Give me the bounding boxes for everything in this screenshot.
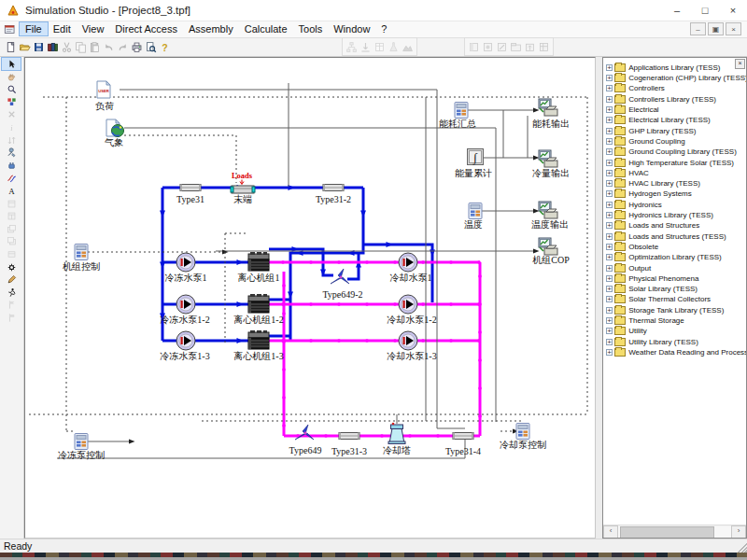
tree-expander-icon[interactable]: + [606, 328, 613, 334]
tree-expander-icon[interactable]: + [606, 296, 613, 302]
component-chw-pump-ctrl[interactable] [75, 433, 88, 449]
component-unit-control[interactable] [75, 244, 88, 259]
tree-expander-icon[interactable]: + [606, 254, 613, 260]
maximize-button[interactable]: □ [691, 0, 719, 20]
component-cw-pump-ctrl[interactable] [516, 423, 529, 439]
component-cooling-output[interactable] [539, 150, 557, 167]
tree-expander-icon[interactable]: + [606, 170, 613, 176]
tree-expander-icon[interactable]: + [606, 286, 613, 292]
tree-item[interactable]: +Controllers Library (TESS) [603, 94, 746, 105]
save-all-icon[interactable] [46, 40, 60, 54]
pen-icon[interactable] [2, 273, 21, 287]
tree-expander-icon[interactable]: + [606, 212, 613, 218]
pan-icon[interactable] [2, 70, 21, 83]
help-icon[interactable]: ? [158, 40, 172, 54]
tree-item[interactable]: +Ground Coupling Library (TESS) [603, 147, 746, 157]
minimize-button[interactable]: – [663, 0, 691, 20]
tree-item[interactable]: +Obsolete [603, 242, 746, 252]
tree-item[interactable]: +Applications Library (TESS) [603, 63, 746, 73]
child-minimize-button[interactable]: – [690, 22, 706, 35]
scroll-left-button[interactable]: ‹ [603, 525, 618, 539]
component-chiller-1[interactable] [248, 252, 269, 271]
tree-item[interactable]: +Loads and Structures [603, 220, 746, 231]
link-curve-icon[interactable] [2, 172, 21, 185]
tree-expander-icon[interactable]: + [606, 180, 613, 187]
print-icon[interactable] [130, 40, 144, 54]
tree-expander-icon[interactable]: + [606, 233, 613, 240]
schematic-canvas[interactable]: USER负荷气象Type31末端Type31-2冷冻水泵1冷冻水泵1-2冷冻水泵… [24, 57, 596, 539]
component-unit-cop[interactable] [539, 238, 557, 255]
tree-item[interactable]: +Physical Phenomena [603, 273, 746, 284]
tree-item[interactable]: +Hydrogen Systems [603, 189, 746, 199]
tree-item[interactable]: +Controllers [603, 83, 746, 93]
menu-item-assembly[interactable]: Assembly [183, 22, 239, 35]
component-cw-pump-1[interactable] [399, 253, 417, 272]
menu-item-window[interactable]: Window [328, 22, 375, 35]
tree-item[interactable]: +Weather Data Reading and Process [603, 347, 746, 357]
new-icon[interactable] [4, 40, 18, 54]
tree-item[interactable]: +Solar Library (TESS) [603, 284, 746, 294]
child-restore-button[interactable]: ▣ [708, 22, 724, 35]
component-chiller-1-2[interactable] [248, 294, 269, 313]
component-chw-pump-1[interactable] [176, 253, 195, 272]
tree-expander-icon[interactable]: + [606, 222, 613, 229]
component-chiller-1-3[interactable] [248, 330, 269, 349]
tree-item[interactable]: +Output [603, 262, 746, 273]
tree-item[interactable]: +Utility Library (TESS) [603, 336, 746, 346]
component-chw-pump-1-2[interactable] [176, 295, 195, 314]
plug-icon[interactable] [2, 159, 21, 172]
layers-icon[interactable] [2, 96, 21, 109]
tree-expander-icon[interactable]: + [606, 117, 613, 123]
tree-expander-icon[interactable]: + [606, 202, 613, 208]
tree-item[interactable]: +Ground Coupling [603, 136, 746, 147]
panel-splitter[interactable] [596, 57, 602, 539]
menu-item-edit[interactable]: Edit [48, 22, 77, 35]
scrollbar-thumb[interactable] [620, 526, 714, 539]
tree-expander-icon[interactable]: + [606, 275, 613, 282]
tree-item[interactable]: +Cogeneration (CHP) Library (TESS) [603, 73, 746, 83]
tree-expander-icon[interactable]: + [606, 138, 613, 145]
print-preview-icon[interactable] [144, 40, 158, 54]
component-temperature[interactable] [469, 203, 482, 218]
tree-expander-icon[interactable]: + [606, 85, 613, 91]
tree-item[interactable]: +HVAC Library (TESS) [603, 178, 746, 189]
tree-item[interactable]: +HVAC [603, 168, 746, 178]
tree-item[interactable]: +GHP Library (TESS) [603, 126, 746, 136]
zoom-icon[interactable] [2, 83, 21, 96]
tree-item[interactable]: +Utility [603, 326, 746, 336]
run-icon[interactable] [2, 286, 21, 299]
component-energy-integ[interactable]: ∫ [467, 148, 483, 165]
menu-item-direct-access[interactable]: Direct Access [109, 22, 183, 35]
tree-expander-icon[interactable]: + [606, 128, 613, 134]
tree-item[interactable]: +Hydronics Library (TESS) [603, 210, 746, 220]
save-icon[interactable] [32, 40, 46, 54]
menu-item-file[interactable]: File [20, 22, 48, 35]
tree-item[interactable]: +Electrical [603, 105, 746, 115]
close-button[interactable]: × [719, 0, 747, 20]
menu-item-view[interactable]: View [77, 22, 110, 35]
tree-expander-icon[interactable]: + [606, 106, 613, 113]
tree-expander-icon[interactable]: + [606, 317, 613, 324]
open-icon[interactable] [18, 40, 32, 54]
component-cooling-tower[interactable] [388, 422, 405, 443]
component-chw-pump-1-3[interactable] [176, 331, 195, 350]
component-cw-pump-1-3[interactable] [399, 331, 417, 350]
component-cw-pump-1-2[interactable] [399, 295, 417, 314]
tree-expander-icon[interactable]: + [606, 190, 613, 197]
gear-icon[interactable] [2, 260, 21, 273]
component-temp-output[interactable] [539, 202, 557, 218]
component-energy-summary[interactable] [455, 102, 468, 118]
tree-expander-icon[interactable]: + [606, 75, 613, 81]
tree-item[interactable]: +Storage Tank Library (TESS) [603, 305, 746, 315]
wrench-icon[interactable] [2, 147, 21, 160]
tree-item[interactable]: +High Temperature Solar (TESS) [603, 157, 746, 167]
tree-expander-icon[interactable]: + [606, 349, 613, 356]
component-weather-data[interactable] [106, 119, 124, 137]
menu-item-calculate[interactable]: Calculate [239, 22, 293, 35]
tree-expander-icon[interactable]: + [606, 244, 613, 250]
tree-expander-icon[interactable]: + [606, 265, 613, 272]
document-icon[interactable] [4, 23, 17, 35]
component-type31-4[interactable] [453, 432, 473, 439]
tree-item[interactable]: +Hydronics [603, 200, 746, 210]
component-type31-2[interactable] [323, 184, 344, 190]
